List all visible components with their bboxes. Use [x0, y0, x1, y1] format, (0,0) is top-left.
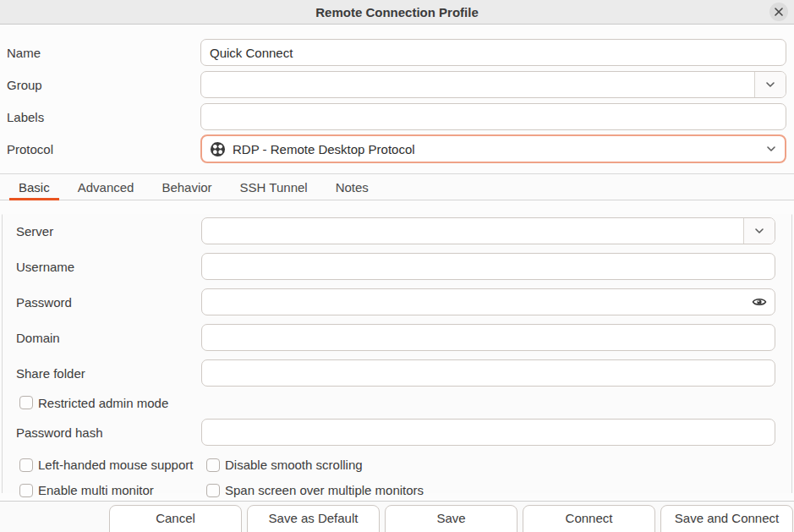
password-hash-row: Password hash — [16, 419, 775, 446]
protocol-value: RDP - Remote Desktop Protocol — [233, 142, 766, 156]
options-checkbox-grid: Left-handed mouse support Disable smooth… — [16, 458, 775, 497]
eye-icon — [752, 296, 767, 308]
close-button[interactable] — [769, 3, 788, 21]
server-combo — [201, 217, 775, 244]
labels-label: Labels — [7, 110, 200, 124]
chevron-down-icon — [765, 81, 775, 88]
checkbox-row: Left-handed mouse support Disable smooth… — [16, 458, 775, 472]
protocol-select[interactable]: RDP - Remote Desktop Protocol — [200, 134, 786, 163]
username-row: Username — [16, 253, 775, 280]
server-dropdown-button[interactable] — [743, 218, 775, 244]
cancel-button[interactable]: Cancel — [109, 505, 242, 532]
profile-form: Name Group Labels Protocol — [0, 25, 794, 162]
group-combo — [200, 71, 786, 98]
restricted-admin-checkbox[interactable] — [19, 396, 33, 409]
domain-row: Domain — [16, 324, 775, 351]
tab-notes[interactable]: Notes — [326, 174, 378, 200]
connect-button[interactable]: Connect — [523, 505, 655, 532]
labels-row: Labels — [7, 103, 786, 130]
tab-behavior[interactable]: Behavior — [152, 174, 221, 200]
reveal-password-button[interactable] — [750, 294, 769, 310]
settings-notebook: Basic Advanced Behavior SSH Tunnel Notes… — [0, 173, 794, 493]
group-label: Group — [7, 78, 200, 92]
dialog-title: Remote Connection Profile — [315, 5, 479, 19]
tab-bar: Basic Advanced Behavior SSH Tunnel Notes — [0, 174, 794, 200]
restricted-admin-label[interactable]: Restricted admin mode — [38, 396, 168, 410]
checkbox-row: Enable multi monitor Span screen over mu… — [16, 483, 775, 497]
protocol-row: Protocol RDP - Remote Desktop Protocol — [7, 135, 786, 162]
action-bar: Cancel Save as Default Save Connect Save… — [0, 501, 794, 532]
basic-tab-panel: Server Username Password — [2, 214, 792, 493]
span-screen-label[interactable]: Span screen over multiple monitors — [225, 483, 424, 497]
password-input[interactable] — [201, 288, 775, 315]
server-label: Server — [16, 224, 201, 239]
left-handed-label[interactable]: Left-handed mouse support — [38, 458, 193, 472]
username-input[interactable] — [201, 253, 775, 280]
span-screen-option: Span screen over multiple monitors — [206, 483, 424, 497]
disable-smooth-scrolling-checkbox[interactable] — [206, 458, 220, 472]
group-row: Group — [7, 71, 786, 98]
share-folder-label: Share folder — [16, 366, 201, 381]
password-row: Password — [16, 288, 775, 315]
labels-input[interactable] — [200, 103, 786, 130]
save-as-default-button[interactable]: Save as Default — [247, 505, 380, 532]
remote-connection-profile-dialog: Remote Connection Profile Name Group — [0, 0, 794, 532]
tab-advanced[interactable]: Advanced — [68, 174, 144, 200]
group-input[interactable] — [201, 72, 754, 97]
tab-ssh-tunnel[interactable]: SSH Tunnel — [231, 174, 317, 200]
rdp-protocol-icon — [210, 141, 226, 157]
restricted-admin-row: Restricted admin mode — [19, 395, 775, 410]
tab-basic[interactable]: Basic — [9, 174, 59, 200]
titlebar: Remote Connection Profile — [0, 0, 794, 25]
name-row: Name — [7, 39, 786, 66]
password-hash-input[interactable] — [201, 419, 775, 446]
password-entry-wrap — [201, 288, 775, 315]
protocol-label: Protocol — [7, 142, 200, 156]
left-handed-option: Left-handed mouse support — [19, 458, 206, 472]
group-dropdown-button[interactable] — [754, 72, 786, 97]
domain-input[interactable] — [201, 324, 775, 351]
save-and-connect-button[interactable]: Save and Connect — [660, 505, 793, 532]
name-input[interactable] — [200, 39, 786, 66]
disable-smooth-scrolling-label[interactable]: Disable smooth scrolling — [225, 458, 363, 472]
span-screen-checkbox[interactable] — [206, 484, 220, 497]
name-label: Name — [7, 46, 200, 60]
multi-monitor-option: Enable multi monitor — [19, 483, 206, 497]
password-label: Password — [16, 295, 201, 310]
left-handed-checkbox[interactable] — [19, 458, 33, 472]
enable-multi-monitor-checkbox[interactable] — [19, 484, 33, 497]
server-input[interactable] — [202, 218, 743, 244]
share-folder-input[interactable] — [201, 359, 775, 387]
enable-multi-monitor-label[interactable]: Enable multi monitor — [38, 483, 154, 497]
chevron-down-icon — [766, 145, 776, 152]
server-row: Server — [16, 217, 775, 244]
chevron-down-icon — [754, 228, 764, 234]
username-label: Username — [16, 260, 201, 274]
share-folder-row: Share folder — [16, 359, 775, 387]
save-button[interactable]: Save — [385, 505, 517, 532]
domain-label: Domain — [16, 331, 201, 345]
password-hash-label: Password hash — [16, 425, 201, 440]
close-icon — [774, 7, 784, 17]
smooth-scroll-option: Disable smooth scrolling — [206, 458, 363, 472]
